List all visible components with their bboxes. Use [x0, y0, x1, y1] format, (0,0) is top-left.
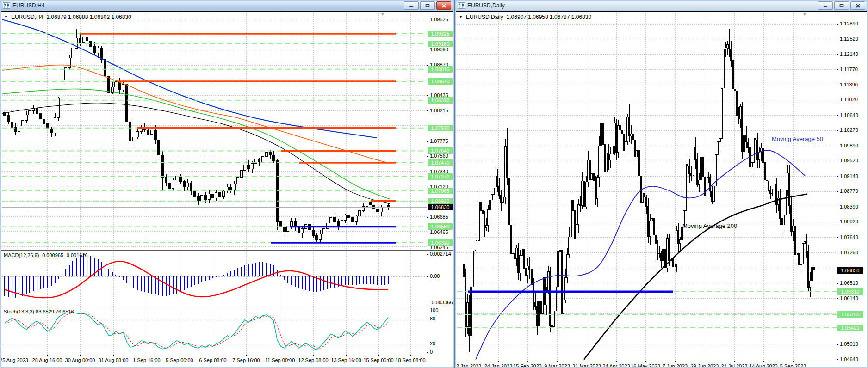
price-tick-label: 1.12890 [840, 21, 858, 27]
price-level-badge: 1.07470 [428, 159, 453, 166]
candles [4, 29, 390, 243]
date-tick-label: 31 Mar 2023 [572, 363, 601, 367]
dropdown-arrow-icon[interactable]: ▼ [4, 14, 8, 20]
titlebar-eurusd-h4[interactable]: EURUSD,H4 [1, 1, 453, 10]
window-title: EURUSD,Daily [467, 2, 817, 9]
price-tick-label: 1.09890 [840, 143, 858, 149]
date-tick-label: 24 Apr 2023 [602, 363, 630, 367]
price-level-badge: 1.08640 [428, 78, 453, 85]
daily-chart-canvas [456, 12, 867, 367]
date-tick-label: 5 Sep 2023 [780, 363, 806, 367]
chart-shift-marker-icon: ▼ [803, 12, 807, 17]
price-tick-label: 1.07640 [840, 234, 858, 240]
restore-button[interactable] [834, 1, 849, 10]
current-price-badge: 1.06830 [428, 204, 453, 210]
macd-indicator-label: MACD(12,26,9) -0.000965 -0.001626 [4, 252, 88, 258]
price-level-badge: 1.08370 [428, 97, 453, 104]
window-eurusd-h4: EURUSD,H4 ▼ EURUSD,H4 1.06879 1.06888 1.… [0, 0, 454, 368]
date-tick-label: 6 Sep 08:00 [199, 357, 226, 363]
price-tick-label: 1.06465 [430, 229, 448, 235]
date-tick-label: 21 Jul 2023 [721, 363, 748, 367]
price-tick-label: 1.07260 [840, 250, 858, 256]
chart-shift-marker-icon: ▼ [381, 12, 385, 17]
price-level-badge: 1.07270 [428, 173, 453, 180]
price-tick-label: 1.11390 [840, 82, 858, 88]
date-tick-label: 11 Sep 00:00 [265, 357, 295, 363]
stoch-signal-line [5, 313, 388, 349]
price-tick-label: 1.08390 [840, 204, 858, 210]
grid [457, 12, 837, 361]
macd-axis-label: 0.00 [430, 273, 440, 279]
price-level-badge: 1.07970 [428, 125, 453, 131]
close-button[interactable] [850, 1, 865, 10]
price-tick-label: 1.11020 [840, 97, 858, 103]
price-level-badge: 1.06920 [428, 198, 453, 204]
stoch-axis-label: 80 [430, 316, 435, 322]
moving-average-200-label: Moving Average 200 [682, 222, 737, 229]
ma-orange [2, 65, 388, 163]
date-tick-label: 24 Jan 2023 [484, 363, 513, 367]
date-tick-label: 31 Aug 08:00 [99, 357, 129, 363]
price-tick-label: 1.08020 [840, 219, 858, 225]
macd-axis-label: 0.002714 [430, 251, 451, 257]
date-tick-label: 15 Sep 00:00 [363, 357, 393, 363]
price-level-badge: 1.08815 [428, 66, 453, 73]
date-tick-label: 14 Aug 2023 [749, 363, 778, 367]
current-price-badge: 1.06830 [837, 267, 863, 274]
date-tick-label: 9 Mar 2023 [544, 363, 570, 367]
price-level-badge: 1.09325 [428, 31, 453, 37]
candles [463, 29, 815, 351]
symbol-ohlc: 1.06907 1.06958 1.06787 1.06830 [507, 14, 592, 20]
date-tick-label: 25 Aug 2023 [1, 357, 28, 363]
price-tick-label: 1.06685 [430, 214, 448, 220]
date-tick-label: 18 Sep 08:00 [395, 357, 425, 363]
price-level-badge: 1.06310 [837, 288, 863, 295]
minimize-button[interactable] [818, 1, 833, 10]
date-tick-label: 5 Sep 00:00 [166, 357, 193, 363]
price-tick-label: 1.12520 [840, 36, 858, 42]
price-tick-label: 1.08215 [430, 108, 448, 114]
date-tick-label: 7 Jun 2023 [663, 363, 688, 367]
price-level-badge: 1.06320 [428, 239, 453, 246]
price-level-badge: 1.09180 [428, 41, 453, 47]
price-level-badge: 1.05420 [837, 325, 863, 331]
price-level-badge: 1.07065 [428, 188, 453, 194]
date-tick-label: 28 Aug 16:00 [32, 357, 62, 363]
price-tick-label: 1.08770 [840, 188, 858, 194]
date-tick-label: 7 Sep 16:00 [232, 357, 260, 363]
dropdown-arrow-icon[interactable]: ▼ [459, 14, 463, 20]
date-tick-label: 1 Sep 16:00 [133, 357, 160, 363]
moving-average-200 [584, 194, 807, 360]
price-tick-label: 1.09140 [840, 173, 858, 179]
date-tick-label: 15 Feb 2023 [513, 363, 542, 367]
chart-icon [3, 2, 10, 9]
chart-area-eurusd-h4[interactable]: ▼ EURUSD,H4 1.06879 1.06888 1.06802 1.06… [1, 11, 453, 367]
restore-button[interactable] [420, 1, 435, 10]
macd-histogram [5, 254, 388, 297]
stoch-axis-label: 20 [430, 341, 435, 347]
price-tick-label: 1.10640 [840, 112, 858, 118]
price-tick-label: 1.06510 [840, 280, 858, 286]
minimize-button[interactable] [404, 1, 419, 10]
price-level-badge: 1.07640 [428, 147, 453, 154]
symbol-name: EURUSD,H4 [11, 14, 43, 20]
date-tick-label: 16 May 2023 [631, 363, 660, 367]
price-tick-label: 1.09090 [430, 47, 448, 53]
price-tick-label: 1.11770 [840, 67, 858, 73]
symbol-name: EURUSD,Daily [466, 14, 503, 20]
price-level-badge: 1.06550 [428, 223, 453, 230]
date-tick-label: 2 Jan 2023 [456, 363, 481, 367]
window-eurusd-daily: EURUSD,Daily ▼ EURUSD,Daily 1.06907 1.06… [455, 0, 868, 368]
window-title: EURUSD,H4 [12, 2, 403, 9]
price-tick-label: 1.07775 [430, 138, 448, 144]
price-tick-label: 1.05010 [840, 341, 858, 347]
titlebar-eurusd-daily[interactable]: EURUSD,Daily [456, 1, 867, 10]
macd-axis-label: -0.003366 [430, 300, 453, 306]
close-button[interactable] [436, 1, 451, 10]
price-tick-label: 1.09525 [430, 17, 448, 23]
chart-area-eurusd-daily[interactable]: ▼ EURUSD,Daily 1.06907 1.06958 1.06787 1… [456, 11, 867, 367]
stoch-axis-label: 0 [430, 349, 433, 355]
date-tick-label: 13 Sep 16:00 [331, 357, 361, 363]
price-tick-label: 1.06140 [840, 295, 858, 301]
price-tick-label: 1.04640 [840, 356, 858, 362]
